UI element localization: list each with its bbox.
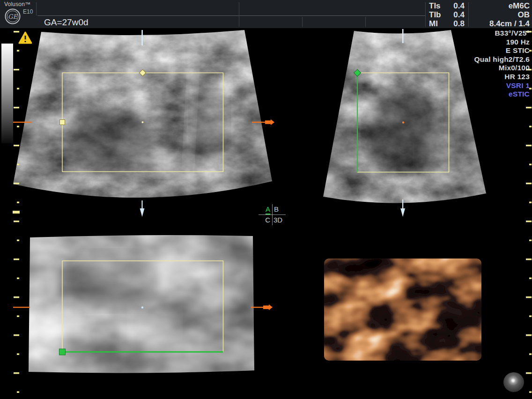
svg-text:GE: GE bbox=[8, 13, 18, 20]
param-vsri: VSRI 1 bbox=[474, 81, 530, 90]
param-mode: E STIC bbox=[474, 46, 530, 55]
divider bbox=[36, 2, 37, 15]
tib-label: TIb bbox=[429, 10, 441, 19]
probe-info: eM6C OB 8.4cm / 1.4 bbox=[489, 1, 530, 28]
probe-label: eM6C bbox=[489, 1, 530, 10]
quadrant-c-cell[interactable]: C bbox=[259, 215, 273, 225]
roi-c-center-dot bbox=[141, 306, 143, 308]
application-label: OB bbox=[489, 10, 530, 19]
quadrant-a[interactable]: A bbox=[266, 205, 270, 214]
quadrant-c[interactable]: C bbox=[265, 216, 270, 224]
param-estic: eSTIC bbox=[474, 90, 530, 99]
tis-value: 0.4 bbox=[453, 1, 465, 10]
divider bbox=[37, 15, 425, 16]
quadrant-b-cell[interactable]: B bbox=[273, 204, 286, 215]
trackball-indicator bbox=[503, 372, 524, 392]
divider bbox=[468, 2, 469, 27]
exposure-indices: TIs 0.4 TIb 0.4 MI 0.8 bbox=[429, 1, 465, 28]
model-label: E10 bbox=[23, 8, 33, 15]
imaging-parameters: B33°/V25° 190 Hz E STIC Qual high2/T2.6 … bbox=[474, 29, 530, 99]
axis-a-right-arrow-icon bbox=[265, 120, 271, 124]
plane-b-top-marker bbox=[402, 29, 404, 43]
quadrant-a-cell[interactable]: A bbox=[259, 204, 273, 215]
brand-voluson: Voluson™ bbox=[4, 1, 30, 7]
param-hr: HR 123 bbox=[474, 73, 530, 81]
divider bbox=[302, 17, 303, 27]
ti-row: MI 0.8 bbox=[429, 19, 465, 28]
roi-c-corner-handle[interactable] bbox=[59, 349, 66, 355]
roi-a-size-handle[interactable] bbox=[60, 120, 65, 125]
plane-b-bottom-stem bbox=[402, 200, 403, 208]
axis-c-left-line bbox=[13, 307, 30, 308]
param-rate: 190 Hz bbox=[474, 38, 530, 47]
axis-a-left-line bbox=[13, 122, 32, 123]
param-quality: Qual high2/T2.6 bbox=[474, 55, 530, 64]
mi-label: MI bbox=[429, 19, 438, 28]
divider bbox=[425, 2, 426, 27]
roi-b-center-dot bbox=[402, 121, 404, 123]
quadrant-selector: A B C 3D bbox=[259, 204, 286, 225]
panel-a-image[interactable] bbox=[9, 26, 276, 215]
axis-a-right-line bbox=[252, 122, 266, 123]
quadrant-b[interactable]: B bbox=[274, 205, 279, 213]
tis-label: TIs bbox=[429, 1, 441, 10]
image-area bbox=[0, 0, 532, 399]
warning-icon bbox=[19, 32, 31, 43]
panel-b-image[interactable] bbox=[318, 26, 492, 215]
plane-a-bottom-arrow-icon bbox=[140, 208, 145, 217]
ti-row: TIb 0.4 bbox=[429, 10, 465, 19]
ti-row: TIs 0.4 bbox=[429, 1, 465, 10]
plane-a-bottom-stem bbox=[141, 200, 142, 208]
param-mix: Mix0/100 bbox=[474, 64, 530, 73]
plane-a-top-marker bbox=[141, 30, 143, 45]
tib-value: 0.4 bbox=[453, 10, 465, 19]
header-bar: Voluson™ GE E10 GA=27w0d TIs 0.4 TIb 0.4… bbox=[0, 0, 532, 28]
param-angle: B33°/V25° bbox=[474, 29, 530, 38]
quadrant-3d[interactable]: 3D bbox=[273, 216, 282, 224]
divider bbox=[239, 2, 239, 27]
ga-label: GA=27w0d bbox=[44, 17, 89, 28]
axis-c-right-line bbox=[251, 307, 264, 308]
left-depth-ruler bbox=[13, 31, 20, 393]
panel-3d-render[interactable] bbox=[322, 257, 483, 362]
quadrant-3d-cell[interactable]: 3D bbox=[273, 215, 286, 225]
axis-c-right-arrow-icon bbox=[263, 305, 269, 309]
roi-a-center-dot bbox=[142, 121, 144, 123]
plane-b-bottom-arrow-icon bbox=[400, 208, 405, 217]
depth-frequency-label: 8.4cm / 1.4 bbox=[489, 19, 530, 28]
ultrasound-screen: Voluson™ GE E10 GA=27w0d TIs 0.4 TIb 0.4… bbox=[0, 0, 532, 399]
divider bbox=[365, 17, 366, 27]
mi-value: 0.8 bbox=[453, 19, 465, 28]
ge-logo: GE bbox=[4, 8, 21, 25]
